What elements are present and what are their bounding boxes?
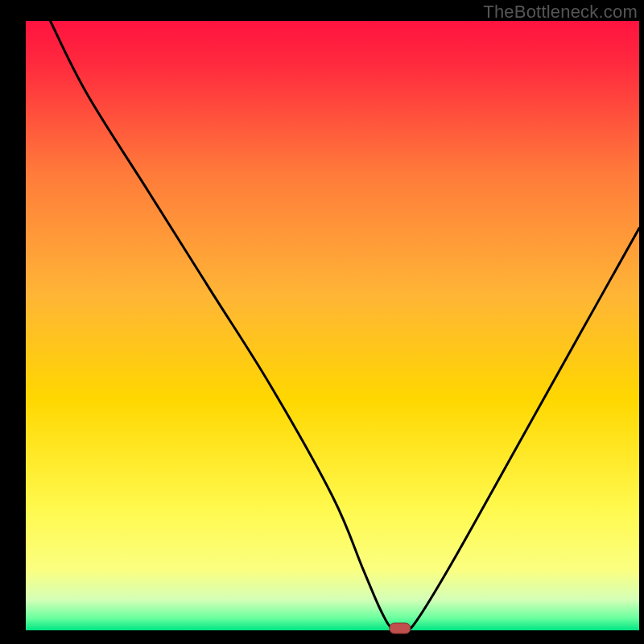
frame-left — [0, 0, 26, 644]
frame-bottom — [0, 630, 644, 644]
frame-right — [639, 0, 644, 644]
bottleneck-chart — [0, 0, 644, 644]
optimal-marker — [390, 623, 411, 634]
watermark-text: TheBottleneck.com — [483, 2, 638, 23]
chart-container: { "watermark": "TheBottleneck.com", "cha… — [0, 0, 644, 644]
plot-background — [26, 21, 639, 630]
